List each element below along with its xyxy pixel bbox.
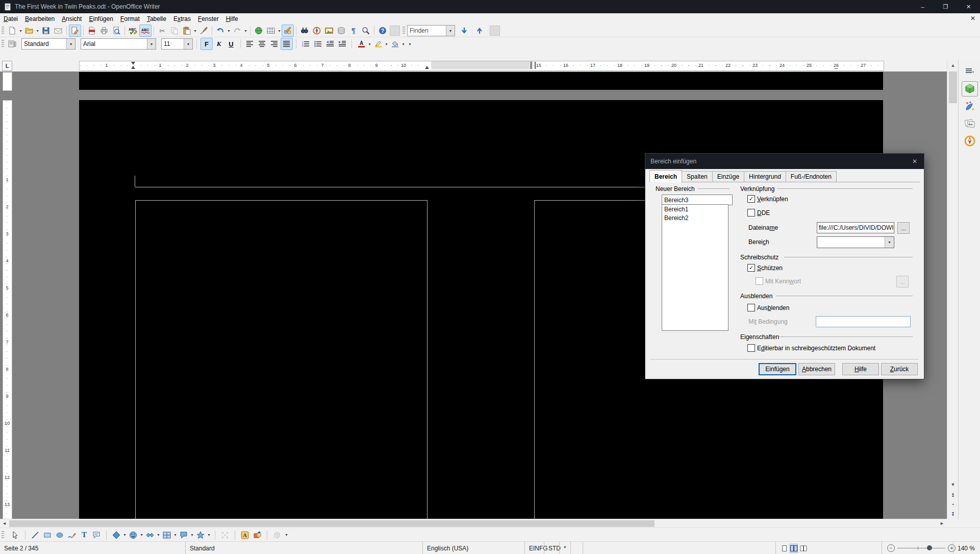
drawbar-overflow-icon[interactable]: ▾ [284,529,289,541]
stars-button[interactable] [194,529,207,541]
table-dropdown[interactable]: ▾ [277,25,282,36]
v-ruler[interactable]: 12345678910111213 [2,71,12,519]
align-center-button[interactable] [256,38,268,50]
find-toolbar-grip[interactable] [403,27,405,35]
new-document-dropdown[interactable]: ▾ [18,25,23,36]
data-sources-button[interactable] [335,25,347,37]
email-button[interactable] [52,25,64,37]
section-select-dropdown-icon[interactable]: ▾ [885,237,894,248]
background-color-dropdown[interactable]: ▾ [401,38,406,50]
filename-input[interactable]: file:///C:/Users/DIVID/DOWI [817,222,894,233]
scroll-right-icon[interactable]: ► [938,519,946,527]
sidebar-styles-button[interactable] [962,99,978,114]
dialog-close-icon[interactable]: ✕ [911,157,919,165]
find-dropdown-icon[interactable]: ▾ [446,26,455,36]
menu-tabelle[interactable]: Tabelle [143,14,170,24]
menu-ansicht[interactable]: Ansicht [58,14,85,24]
section-list[interactable]: Bereich1 Bereich2 [662,204,728,331]
find-replace-button[interactable] [298,25,311,37]
multi-page-view-button[interactable] [790,544,798,553]
language-indicator[interactable]: Englisch (USA) [422,542,529,554]
link-checkbox-label[interactable]: Verknüpfen [757,196,788,203]
font-size-dropdown-icon[interactable]: ▾ [184,39,192,49]
symbol-shapes-button[interactable] [127,529,139,541]
flowchart-button[interactable] [161,529,173,541]
dde-checkbox-label[interactable]: DDE [757,209,770,216]
sidebar-gallery-button[interactable] [962,116,978,131]
protect-checkbox-label[interactable]: Schützen [757,264,783,272]
column1-right-indent-marker[interactable] [425,66,429,69]
scroll-up-icon[interactable]: ▲ [947,61,959,70]
tab-einzuege[interactable]: Einzüge [712,171,744,182]
left-indent-marker[interactable] [131,66,135,69]
close-button[interactable]: ✕ [957,0,980,13]
zoom-out-icon[interactable]: − [887,544,895,552]
edit-file-button[interactable] [69,25,81,37]
select-button[interactable] [9,529,21,541]
paste-dropdown[interactable]: ▾ [193,25,197,36]
font-size-combo[interactable]: 11 ▾ [161,38,193,50]
basic-shapes-dropdown[interactable]: ▾ [122,529,127,541]
line-button[interactable] [29,529,41,541]
list-item[interactable]: Bereich1 [662,205,728,213]
callouts-dropdown[interactable]: ▾ [190,529,194,541]
formatting-toolbar-grip[interactable] [2,40,4,48]
section-name-input[interactable]: Bereich3 [662,195,733,205]
tab-stop-selector[interactable]: L [2,61,12,71]
zoom-slider-thumb[interactable] [927,545,932,550]
filename-browse-button[interactable]: ... [897,222,910,234]
open-button[interactable] [23,25,35,37]
increase-indent-button[interactable] [336,38,348,50]
format-paintbrush-button[interactable] [197,25,210,37]
drawing-toolbar-grip[interactable] [2,531,4,539]
list-item[interactable]: Bereich2 [662,213,728,222]
zoom-slider[interactable]: − + [882,542,959,554]
export-pdf-button[interactable] [86,25,98,37]
editable-checkbox-label[interactable]: Editierbar in schreibgeschütztem Dokumen… [757,345,875,352]
menu-extras[interactable]: Extras [170,14,194,24]
draw-functions-button[interactable] [282,25,294,37]
find-next-button[interactable] [458,25,470,37]
basic-shapes-button[interactable] [110,529,122,541]
styles-panel-button[interactable] [6,38,18,50]
page-indicator[interactable]: Seite 2 / 345 [0,542,189,554]
copy-button[interactable] [168,25,181,37]
flowchart-dropdown[interactable]: ▾ [173,529,178,541]
font-color-button[interactable]: A [355,38,367,50]
dde-checkbox[interactable] [747,209,755,216]
condition-input[interactable] [816,316,911,327]
section-select[interactable]: ▾ [817,236,894,248]
hide-checkbox[interactable] [747,304,755,311]
page-style-indicator[interactable]: Standard [185,542,427,554]
bullet-list-button[interactable] [312,38,324,50]
nonprinting-characters-button[interactable]: ¶ [347,25,360,37]
protect-checkbox[interactable]: ✓ [747,264,755,272]
highlighting-button[interactable] [372,38,384,50]
column-1-frame[interactable] [135,200,428,519]
font-color-dropdown[interactable]: ▾ [367,38,372,50]
tab-spalten[interactable]: Spalten [682,171,713,182]
sidebar-properties-button[interactable] [962,81,978,97]
menu-fenster[interactable]: Fenster [194,14,222,24]
previous-page-button[interactable]: ▲▲ [947,490,959,499]
dialog-title-bar[interactable]: Bereich einfügen [645,154,924,169]
navigation-button[interactable]: • [947,499,959,509]
freeform-line-button[interactable] [66,529,78,541]
extrusion-button[interactable] [271,529,283,541]
password-browse-button[interactable]: ... [896,276,909,287]
help-button[interactable]: ? [376,25,389,37]
editable-checkbox[interactable] [747,344,755,352]
picture-from-file-button[interactable] [251,529,263,541]
maximize-button[interactable]: ❒ [934,0,957,13]
tab-fussendnoten[interactable]: Fuß-/Endnoten [786,171,837,182]
sidebar-navigator-button[interactable] [962,133,978,149]
undo-button[interactable] [214,25,227,37]
italic-button[interactable]: K [213,38,225,50]
table-button[interactable] [265,25,277,37]
help-button-dialog[interactable]: Hilfe [842,363,879,375]
callouts-button[interactable] [178,529,190,541]
open-dropdown[interactable]: ▾ [35,25,40,36]
tab-bereich[interactable]: Bereich [649,170,682,182]
spellcheck-button[interactable]: ABC [127,25,139,37]
fontwork-button[interactable]: A [239,529,251,541]
